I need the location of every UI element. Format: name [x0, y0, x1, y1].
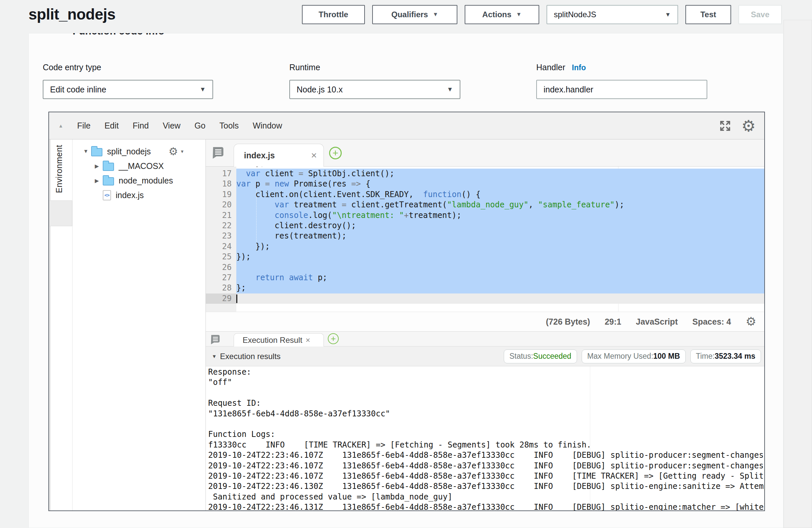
line-number: 21: [206, 210, 232, 221]
indentation-setting[interactable]: Spaces: 4: [692, 317, 731, 327]
code-line-24: });: [236, 241, 624, 252]
badge-label: Max Memory Used:: [587, 352, 653, 361]
chevron-down-icon: ▼: [180, 149, 184, 154]
tree-settings-gear-icon[interactable]: ⚙▼: [168, 146, 184, 157]
close-tab-icon[interactable]: ×: [306, 336, 310, 345]
code-scroller[interactable]: 17181920212223242526272829 }); var clien…: [206, 166, 764, 312]
badge-value: Succeeded: [533, 352, 571, 361]
tree-item--macosx[interactable]: ▶__MACOSX: [73, 159, 205, 173]
code-entry-type-select[interactable]: Edit code inline ▼: [43, 80, 213, 99]
handler-input[interactable]: [536, 80, 707, 99]
line-number: 28: [206, 283, 232, 293]
code-line-20: var treatment = client.getTreatment("lam…: [236, 200, 624, 210]
tree-caret-icon[interactable]: ▼: [83, 148, 91, 155]
test-button[interactable]: Test: [685, 5, 731, 24]
folder-icon: [103, 177, 114, 186]
collapse-menubar-icon[interactable]: ▲: [58, 123, 63, 129]
fullscreen-icon[interactable]: [718, 119, 732, 133]
dock-rail: [49, 140, 51, 511]
throttle-label: Throttle: [319, 10, 348, 19]
editor-statusbar: (726 Bytes)29:1JavaScriptSpaces: 4⚙: [206, 312, 764, 332]
log-line: Sanitized and processed value => [lambda…: [208, 492, 764, 502]
alias-select-value: splitNodeJS: [554, 10, 596, 19]
code-line-21: console.log("\ntreatment: "+treatment);: [236, 210, 624, 221]
menu-item-go[interactable]: Go: [194, 121, 205, 131]
tree-caret-icon[interactable]: ▶: [95, 163, 103, 169]
results-tabbar: Execution Result × +: [206, 332, 764, 347]
line-number: 19: [206, 189, 232, 200]
collapse-results-caret-icon[interactable]: ▼: [212, 353, 217, 359]
execution-results-title: Execution results: [220, 352, 281, 361]
log-line: 2019-10-24T22:23:46.130Z 131e865f-6eb4-4…: [208, 481, 764, 492]
line-number: 27: [206, 273, 232, 283]
log-line: [208, 419, 764, 429]
tree-item-split-nodejs[interactable]: ▼split_nodejs⚙▼: [73, 144, 205, 159]
badge-label: Time:: [696, 352, 715, 361]
new-tab-icon[interactable]: +: [329, 147, 342, 159]
menu-item-edit[interactable]: Edit: [104, 121, 119, 131]
statusbar-gear-icon[interactable]: ⚙: [746, 316, 756, 327]
log-line: [208, 388, 764, 398]
qualifiers-label: Qualifiers: [391, 10, 428, 19]
badge-max-memory-used: Max Memory Used: 100 MB: [582, 350, 686, 363]
menu-item-view[interactable]: View: [163, 121, 180, 131]
execution-tab-label: Execution Result: [243, 336, 302, 345]
code-lines: var client = SplitObj.client();var p = n…: [236, 168, 624, 304]
execution-logs[interactable]: Response:"off" Request ID:"131e865f-6eb4…: [206, 366, 764, 511]
file-tree: ▼split_nodejs⚙▼▶__MACOSX▶node_modules<>i…: [73, 140, 206, 511]
page-title: split_nodejs: [29, 5, 115, 23]
menu-item-window[interactable]: Window: [252, 121, 282, 131]
log-line: 2019-10-24T22:23:46.107Z 131e865f-6eb4-4…: [208, 471, 764, 481]
tree-item-index-js[interactable]: <>index.js: [73, 188, 205, 202]
tab-execution-result[interactable]: Execution Result ×: [234, 333, 324, 347]
log-line: Response:: [208, 367, 764, 377]
menu-item-tools[interactable]: Tools: [219, 121, 238, 131]
log-line: "131e865f-6eb4-4dd8-858e-a37ef13330cc": [208, 409, 764, 419]
environment-tab[interactable]: Environment: [54, 145, 64, 193]
actions-button[interactable]: Actions ▼: [465, 5, 539, 24]
tab-list-icon[interactable]: [211, 146, 224, 159]
log-line: 2019-10-24T22:23:46.131Z 131e865f-6eb4-4…: [208, 502, 764, 511]
code-line-19: client.on(client.Event.SDK_READY, functi…: [236, 189, 624, 200]
new-tab-icon[interactable]: +: [328, 333, 339, 344]
function-code-card: Function code Info Code entry type Runti…: [29, 33, 783, 528]
line-number: 26: [206, 262, 232, 273]
chevron-down-icon: ▼: [200, 86, 206, 93]
code-editor: ▲ FileEditFindViewGoToolsWindow ⚙ Enviro…: [48, 112, 765, 511]
line-number-gutter: 17181920212223242526272829: [206, 168, 232, 304]
log-line: 2019-10-24T22:23:46.107Z 131e865f-6eb4-4…: [208, 450, 764, 460]
tree-caret-icon[interactable]: ▶: [95, 178, 103, 184]
throttle-button[interactable]: Throttle: [302, 5, 365, 24]
tab-list-icon[interactable]: [209, 334, 220, 345]
badge-value: 100 MB: [653, 352, 680, 361]
line-number: 20: [206, 200, 232, 210]
page-scrollbar[interactable]: [783, 20, 812, 528]
handler-info-link[interactable]: Info: [572, 63, 586, 72]
environment-dock: Environment: [49, 140, 73, 511]
editor-menubar: ▲ FileEditFindViewGoToolsWindow: [49, 112, 764, 140]
code-line-17: var client = SplitObj.client();: [236, 168, 624, 179]
editor-settings-gear-icon[interactable]: ⚙: [741, 118, 756, 134]
alias-select[interactable]: splitNodeJS ▼: [547, 5, 678, 24]
tab-label: index.js: [244, 151, 275, 160]
save-label: Save: [751, 10, 769, 19]
runtime-select[interactable]: Node.js 10.x ▼: [289, 80, 460, 99]
code-entry-type-label: Code entry type: [43, 63, 101, 72]
line-number: 29: [206, 293, 232, 304]
dock-footer: [49, 201, 72, 226]
tree-item-node-modules[interactable]: ▶node_modules: [73, 173, 205, 188]
menu-item-file[interactable]: File: [77, 121, 90, 131]
code-line-18: var p = new Promise(res => {: [236, 179, 624, 189]
menu-item-find[interactable]: Find: [133, 121, 149, 131]
close-tab-icon[interactable]: ×: [311, 150, 317, 160]
menubar-icons: ⚙: [718, 112, 764, 140]
badge-value: 3523.34 ms: [714, 352, 755, 361]
log-line: Function Logs:: [208, 429, 764, 440]
code-line-28: };: [236, 283, 624, 293]
tab-index-js[interactable]: index.js ×: [234, 144, 324, 166]
qualifiers-button[interactable]: Qualifiers ▼: [372, 5, 458, 24]
language-mode[interactable]: JavaScript: [636, 317, 678, 327]
log-line: 2019-10-24T22:23:46.107Z 131e865f-6eb4-4…: [208, 461, 764, 471]
save-button[interactable]: Save: [738, 5, 782, 24]
line-number: 25: [206, 252, 232, 262]
